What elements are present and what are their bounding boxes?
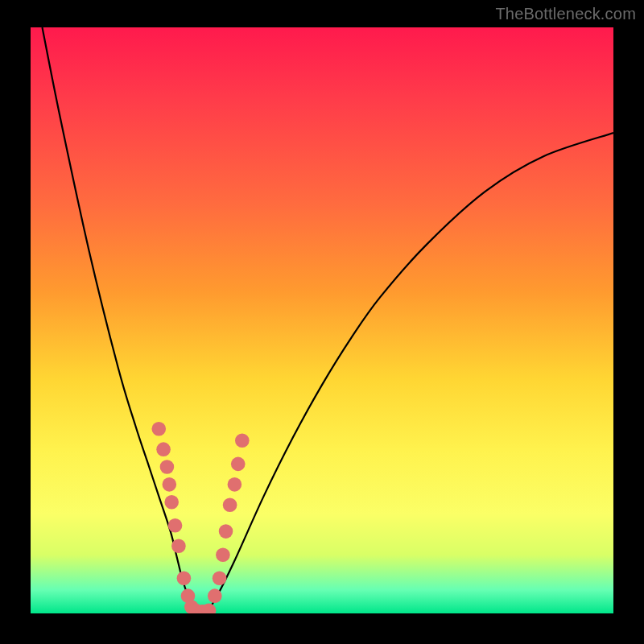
outer-frame: TheBottleneck.com [0, 0, 644, 644]
marker-dot [235, 433, 250, 448]
marker-dot [219, 524, 233, 539]
marker-dot [164, 495, 179, 510]
marker-dot [160, 460, 175, 474]
curve-group [42, 27, 613, 613]
marker-dot [208, 588, 222, 603]
marker-dot [223, 498, 237, 513]
bottleneck-curve [42, 27, 613, 613]
plot-area [31, 27, 613, 613]
marker-dot [168, 518, 183, 533]
marker-dot [231, 457, 246, 472]
marker-dot [228, 477, 242, 492]
marker-dot [216, 547, 230, 562]
marker-dot [156, 442, 171, 456]
marker-dot [163, 477, 177, 492]
marker-dot [151, 422, 166, 436]
marker-dot [213, 572, 227, 586]
watermark-text: TheBottleneck.com [495, 5, 636, 23]
chart-svg [31, 27, 613, 613]
marker-dot [177, 572, 192, 586]
marker-dot [171, 539, 186, 553]
